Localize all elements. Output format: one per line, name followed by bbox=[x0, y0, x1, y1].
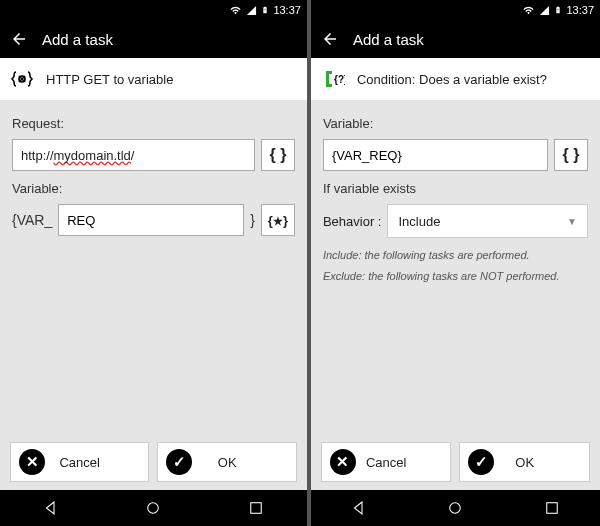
back-icon[interactable] bbox=[10, 30, 28, 48]
phone-right: 13:37 Add a task {?} Condition: Does a v… bbox=[311, 0, 600, 526]
ok-button[interactable]: ✓ OK bbox=[459, 442, 590, 482]
app-bar: Add a task bbox=[0, 20, 307, 58]
ok-icon: ✓ bbox=[166, 449, 192, 475]
svg-point-1 bbox=[148, 503, 159, 514]
back-icon[interactable] bbox=[321, 30, 339, 48]
signal-icon bbox=[246, 5, 257, 16]
cancel-button[interactable]: ✕ Cancel bbox=[321, 442, 452, 482]
ok-label: OK bbox=[515, 455, 534, 470]
help-exclude: Exclude: the following tasks are NOT per… bbox=[323, 269, 588, 284]
battery-icon bbox=[261, 4, 269, 16]
svg-text:{?}: {?} bbox=[334, 74, 345, 85]
behavior-select[interactable]: Include ▼ bbox=[387, 204, 588, 238]
variable-picker-button[interactable]: {★} bbox=[261, 204, 295, 236]
nav-back-icon[interactable] bbox=[350, 499, 368, 517]
nav-recent-icon[interactable] bbox=[543, 499, 561, 517]
nav-home-icon[interactable] bbox=[144, 499, 162, 517]
ok-button[interactable]: ✓ OK bbox=[157, 442, 296, 482]
ok-label: OK bbox=[218, 455, 237, 470]
ok-icon: ✓ bbox=[468, 449, 494, 475]
task-title: Condition: Does a variable exist? bbox=[357, 72, 547, 87]
task-title: HTTP GET to variable bbox=[46, 72, 173, 87]
request-label: Request: bbox=[12, 116, 295, 131]
signal-icon bbox=[539, 5, 550, 16]
app-bar-title: Add a task bbox=[42, 31, 113, 48]
app-bar-title: Add a task bbox=[353, 31, 424, 48]
status-time: 13:37 bbox=[273, 4, 301, 16]
nav-back-icon[interactable] bbox=[42, 499, 60, 517]
request-input[interactable]: http://mydomain.tld/ bbox=[12, 139, 255, 171]
nav-recent-icon[interactable] bbox=[247, 499, 265, 517]
cancel-icon: ✕ bbox=[330, 449, 356, 475]
variable-label: Variable: bbox=[323, 116, 588, 131]
condition-icon: {?} bbox=[321, 67, 345, 91]
wifi-icon bbox=[229, 5, 242, 16]
variable-name-input[interactable] bbox=[58, 204, 244, 236]
content-area: Request: http://mydomain.tld/ { } Variab… bbox=[0, 100, 307, 434]
task-header: {?} Condition: Does a variable exist? bbox=[311, 58, 600, 100]
cancel-label: Cancel bbox=[366, 455, 406, 470]
var-prefix-label: {VAR_ bbox=[12, 212, 52, 228]
svg-point-4 bbox=[450, 503, 461, 514]
dialog-buttons: ✕ Cancel ✓ OK bbox=[311, 434, 600, 490]
braces-icon: { } bbox=[563, 146, 580, 164]
variable-label: Variable: bbox=[12, 181, 295, 196]
var-suffix-label: } bbox=[250, 212, 255, 228]
chevron-down-icon: ▼ bbox=[567, 216, 577, 227]
behavior-label: Behavior : bbox=[323, 214, 382, 229]
braces-star-icon: {★} bbox=[268, 213, 288, 228]
svg-rect-2 bbox=[250, 503, 261, 514]
phone-left: 13:37 Add a task HTTP GET to variable Re… bbox=[0, 0, 307, 526]
cancel-icon: ✕ bbox=[19, 449, 45, 475]
nav-bar bbox=[0, 490, 307, 526]
behavior-value: Include bbox=[398, 214, 440, 229]
http-get-icon bbox=[10, 67, 34, 91]
status-time: 13:37 bbox=[566, 4, 594, 16]
braces-icon: { } bbox=[269, 146, 286, 164]
if-exists-label: If variable exists bbox=[323, 181, 588, 196]
svg-rect-5 bbox=[547, 503, 558, 514]
insert-variable-button[interactable]: { } bbox=[261, 139, 295, 171]
wifi-icon bbox=[522, 5, 535, 16]
status-bar: 13:37 bbox=[0, 0, 307, 20]
insert-variable-button[interactable]: { } bbox=[554, 139, 588, 171]
app-bar: Add a task bbox=[311, 20, 600, 58]
help-include: Include: the following tasks are perform… bbox=[323, 248, 588, 263]
variable-input[interactable] bbox=[323, 139, 548, 171]
status-bar: 13:37 bbox=[311, 0, 600, 20]
task-header: HTTP GET to variable bbox=[0, 58, 307, 100]
dialog-buttons: ✕ Cancel ✓ OK bbox=[0, 434, 307, 490]
content-area: Variable: { } If variable exists Behavio… bbox=[311, 100, 600, 434]
nav-bar bbox=[311, 490, 600, 526]
nav-home-icon[interactable] bbox=[446, 499, 464, 517]
cancel-button[interactable]: ✕ Cancel bbox=[10, 442, 149, 482]
battery-icon bbox=[554, 4, 562, 16]
cancel-label: Cancel bbox=[59, 455, 99, 470]
